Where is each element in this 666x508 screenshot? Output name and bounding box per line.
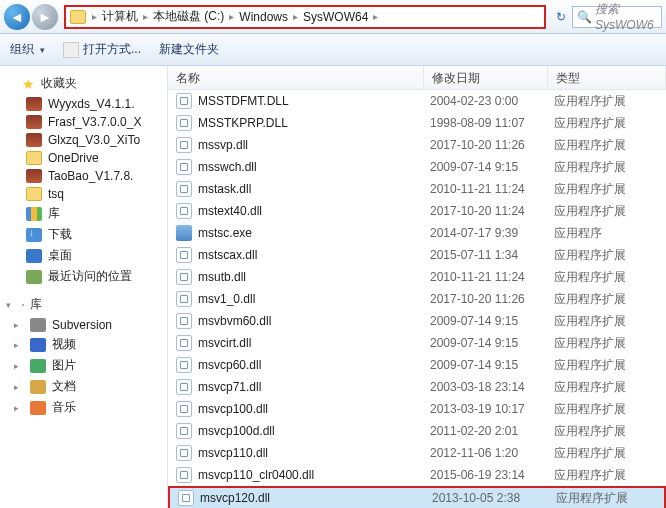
- item-icon: [26, 207, 42, 221]
- dll-icon: [176, 159, 192, 175]
- column-date[interactable]: 修改日期: [424, 66, 548, 89]
- sidebar-item[interactable]: TaoBao_V1.7.8.: [0, 167, 167, 185]
- file-row[interactable]: mstsc.exe2014-07-17 9:39应用程序: [168, 222, 666, 244]
- breadcrumb[interactable]: ▸ 计算机 ▸ 本地磁盘 (C:) ▸ Windows ▸ SysWOW64 ▸: [64, 5, 546, 29]
- file-date: 2004-02-23 0:00: [430, 94, 554, 108]
- sidebar-item[interactable]: Wyyxds_V4.1.1.: [0, 95, 167, 113]
- file-row[interactable]: msvcp110.dll2012-11-06 1:20应用程序扩展: [168, 442, 666, 464]
- new-folder-button[interactable]: 新建文件夹: [159, 41, 219, 58]
- file-type: 应用程序扩展: [554, 93, 626, 110]
- sidebar-item[interactable]: ▸图片: [0, 355, 167, 376]
- file-row[interactable]: msvbvm60.dll2009-07-14 9:15应用程序扩展: [168, 310, 666, 332]
- file-type: 应用程序扩展: [554, 313, 626, 330]
- chevron-right-icon: ▸: [14, 361, 24, 371]
- dll-icon: [176, 445, 192, 461]
- sidebar-item-label: TaoBao_V1.7.8.: [48, 169, 133, 183]
- crumb-computer[interactable]: 计算机: [99, 8, 141, 25]
- chevron-right-icon[interactable]: ▸: [90, 11, 99, 22]
- file-type: 应用程序扩展: [554, 181, 626, 198]
- libraries-icon: [22, 304, 24, 306]
- item-icon: [26, 270, 42, 284]
- sidebar-item[interactable]: ▸音乐: [0, 397, 167, 418]
- file-type: 应用程序扩展: [554, 291, 626, 308]
- folder-icon: [70, 10, 86, 24]
- exe-icon: [176, 225, 192, 241]
- file-date: 2012-11-06 1:20: [430, 446, 554, 460]
- chevron-right-icon[interactable]: ▸: [141, 11, 150, 22]
- crumb-drive[interactable]: 本地磁盘 (C:): [150, 8, 227, 25]
- item-icon: [26, 97, 42, 111]
- file-date: 2009-07-14 9:15: [430, 160, 554, 174]
- sidebar-item-label: Wyyxds_V4.1.1.: [48, 97, 135, 111]
- file-name: msvcp100.dll: [198, 402, 430, 416]
- sidebar-item[interactable]: ▸Subversion: [0, 316, 167, 334]
- file-type: 应用程序扩展: [554, 203, 626, 220]
- file-name: mstext40.dll: [198, 204, 430, 218]
- file-row[interactable]: MSSTKPRP.DLL1998-08-09 11:07应用程序扩展: [168, 112, 666, 134]
- item-icon: [26, 228, 42, 242]
- sidebar-favorites-header[interactable]: ★ 收藏夹: [0, 72, 167, 95]
- sidebar-item[interactable]: 最近访问的位置: [0, 266, 167, 287]
- file-row[interactable]: msvcp100.dll2013-03-19 10:17应用程序扩展: [168, 398, 666, 420]
- refresh-button[interactable]: ↻: [550, 6, 572, 28]
- file-row[interactable]: msutb.dll2010-11-21 11:24应用程序扩展: [168, 266, 666, 288]
- sidebar-item-label: 桌面: [48, 247, 72, 264]
- file-row[interactable]: msvcp110_clr0400.dll2015-06-19 23:14应用程序…: [168, 464, 666, 486]
- open-with-button[interactable]: 打开方式...: [63, 41, 141, 58]
- sidebar-item-label: Glxzq_V3.0_XiTo: [48, 133, 140, 147]
- file-row[interactable]: msvcp71.dll2003-03-18 23:14应用程序扩展: [168, 376, 666, 398]
- file-type: 应用程序扩展: [554, 137, 626, 154]
- sidebar-item[interactable]: Glxzq_V3.0_XiTo: [0, 131, 167, 149]
- search-icon: 🔍: [577, 10, 592, 24]
- file-date: 2010-11-21 11:24: [430, 182, 554, 196]
- file-name: msvcp60.dll: [198, 358, 430, 372]
- dll-icon: [176, 269, 192, 285]
- sidebar-item[interactable]: 桌面: [0, 245, 167, 266]
- nav-back-button[interactable]: ◄: [4, 4, 30, 30]
- crumb-syswow64[interactable]: SysWOW64: [300, 10, 371, 24]
- sidebar-item-label: 文档: [52, 378, 76, 395]
- organize-button[interactable]: 组织: [10, 41, 45, 58]
- file-row[interactable]: mstscax.dll2015-07-11 1:34应用程序扩展: [168, 244, 666, 266]
- sidebar-item[interactable]: tsq: [0, 185, 167, 203]
- chevron-right-icon[interactable]: ▸: [371, 11, 380, 22]
- sidebar-item[interactable]: Frasf_V3.7.0.0_X: [0, 113, 167, 131]
- file-type: 应用程序扩展: [554, 335, 626, 352]
- sidebar-item[interactable]: 下载: [0, 224, 167, 245]
- file-type: 应用程序扩展: [554, 423, 626, 440]
- file-row[interactable]: msvcirt.dll2009-07-14 9:15应用程序扩展: [168, 332, 666, 354]
- file-row[interactable]: MSSTDFMT.DLL2004-02-23 0:00应用程序扩展: [168, 90, 666, 112]
- file-row[interactable]: mssvp.dll2017-10-20 11:26应用程序扩展: [168, 134, 666, 156]
- column-type[interactable]: 类型: [548, 66, 666, 89]
- file-name: msswch.dll: [198, 160, 430, 174]
- file-type: 应用程序扩展: [554, 115, 626, 132]
- sidebar-item[interactable]: ▸视频: [0, 334, 167, 355]
- file-name: mssvp.dll: [198, 138, 430, 152]
- file-row[interactable]: msv1_0.dll2017-10-20 11:26应用程序扩展: [168, 288, 666, 310]
- toolbar: 组织 打开方式... 新建文件夹: [0, 34, 666, 66]
- file-row[interactable]: msvcp120.dll2013-10-05 2:38应用程序扩展: [168, 486, 666, 508]
- crumb-windows[interactable]: Windows: [236, 10, 291, 24]
- file-row[interactable]: mstask.dll2010-11-21 11:24应用程序扩展: [168, 178, 666, 200]
- sidebar-item[interactable]: ▸文档: [0, 376, 167, 397]
- item-icon: [30, 318, 46, 332]
- sidebar-item[interactable]: OneDrive: [0, 149, 167, 167]
- file-row[interactable]: mstext40.dll2017-10-20 11:24应用程序扩展: [168, 200, 666, 222]
- nav-forward-button[interactable]: ►: [32, 4, 58, 30]
- dll-icon: [176, 401, 192, 417]
- file-row[interactable]: msswch.dll2009-07-14 9:15应用程序扩展: [168, 156, 666, 178]
- dll-icon: [176, 357, 192, 373]
- sidebar-libraries-header[interactable]: ▾ 库: [0, 293, 167, 316]
- search-input[interactable]: 🔍 搜索 SysWOW6: [572, 6, 662, 28]
- file-row[interactable]: msvcp60.dll2009-07-14 9:15应用程序扩展: [168, 354, 666, 376]
- file-name: msvcp100d.dll: [198, 424, 430, 438]
- chevron-right-icon[interactable]: ▸: [291, 11, 300, 22]
- column-name[interactable]: 名称: [168, 66, 424, 89]
- file-name: mstscax.dll: [198, 248, 430, 262]
- file-row[interactable]: msvcp100d.dll2011-02-20 2:01应用程序扩展: [168, 420, 666, 442]
- sidebar-item-label: 库: [48, 205, 60, 222]
- sidebar-item-label: 视频: [52, 336, 76, 353]
- file-date: 2013-03-19 10:17: [430, 402, 554, 416]
- chevron-right-icon[interactable]: ▸: [227, 11, 236, 22]
- sidebar-item[interactable]: 库: [0, 203, 167, 224]
